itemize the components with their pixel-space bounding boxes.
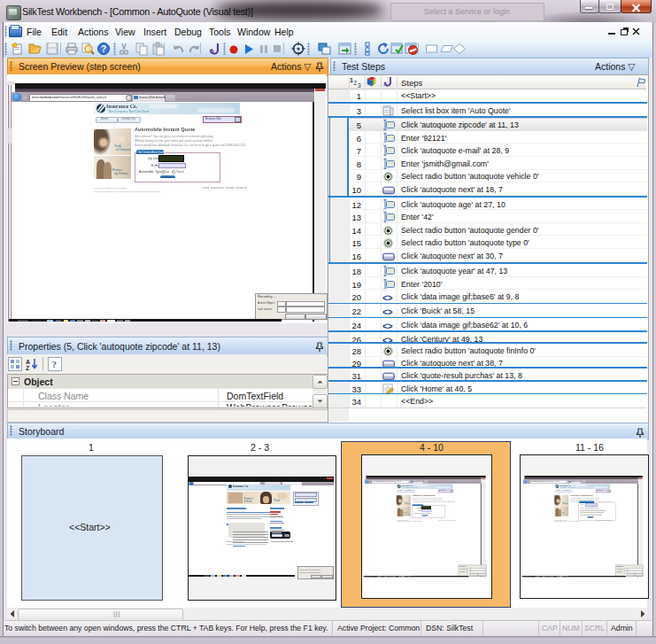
svg-text:?: ? xyxy=(52,359,58,369)
svg-text:A: A xyxy=(26,359,30,365)
svg-text:Z: Z xyxy=(26,365,30,371)
svg-text:?: ? xyxy=(101,44,106,54)
svg-text:3: 3 xyxy=(358,81,361,88)
svg-text:1: 1 xyxy=(350,77,353,83)
svg-text:2: 2 xyxy=(354,79,358,85)
